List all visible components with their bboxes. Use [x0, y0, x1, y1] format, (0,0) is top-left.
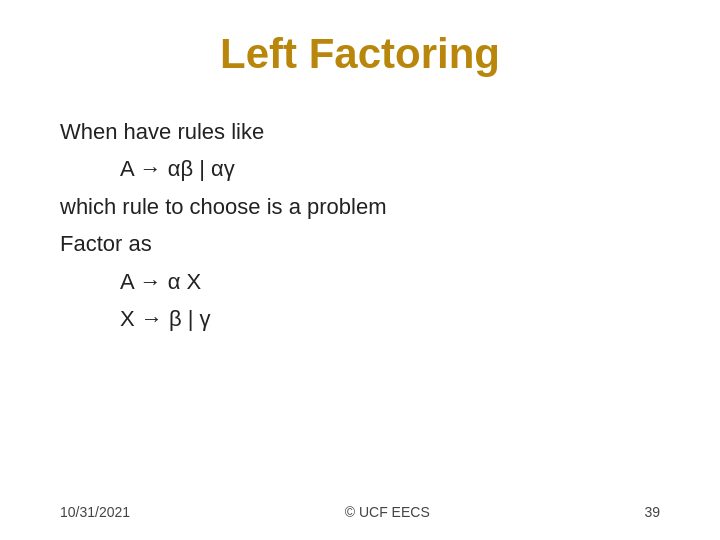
footer-copyright: © UCF EECS: [345, 504, 430, 520]
slide-footer: 10/31/2021 © UCF EECS 39: [0, 504, 720, 520]
content-line-1: When have rules like: [60, 113, 660, 150]
footer-page: 39: [644, 504, 660, 520]
content-line-2: A → αβ | αγ: [120, 150, 660, 187]
line6-text: X → β | γ: [120, 306, 211, 331]
line4-text: Factor as: [60, 231, 152, 256]
slide-title: Left Factoring: [60, 30, 660, 83]
content-line-4: Factor as: [60, 225, 660, 262]
content-line-6: X → β | γ: [120, 300, 660, 337]
line1-text: When have rules like: [60, 119, 264, 144]
footer-date: 10/31/2021: [60, 504, 130, 520]
line5-text: A → α X: [120, 269, 201, 294]
line3-text: which rule to choose is a problem: [60, 194, 387, 219]
slide: Left Factoring When have rules like A → …: [0, 0, 720, 540]
line2-text: A → αβ | αγ: [120, 156, 235, 181]
slide-content: When have rules like A → αβ | αγ which r…: [60, 113, 660, 337]
content-line-5: A → α X: [120, 263, 660, 300]
content-line-3: which rule to choose is a problem: [60, 188, 660, 225]
